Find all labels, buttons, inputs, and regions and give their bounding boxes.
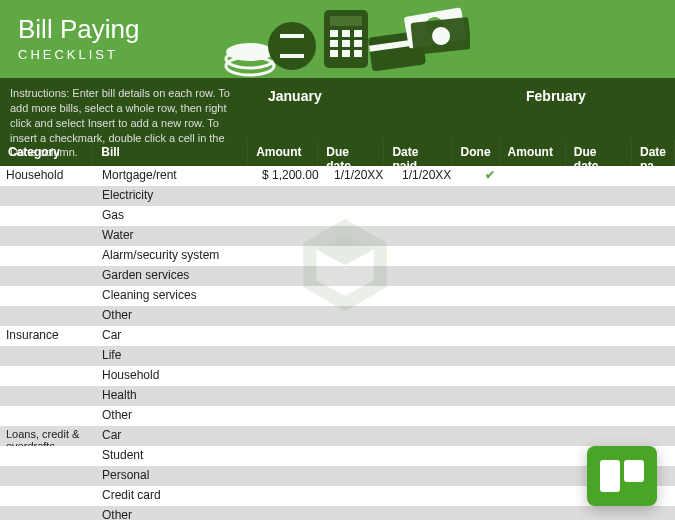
- cell-amount[interactable]: $ 1,200.00: [256, 166, 328, 186]
- cell-empty[interactable]: [582, 206, 650, 226]
- cell-due-date[interactable]: [328, 286, 396, 306]
- cell-done[interactable]: [466, 506, 514, 520]
- table-row[interactable]: InsuranceCar: [0, 326, 675, 346]
- cell-date-paid[interactable]: [396, 366, 466, 386]
- cell-category[interactable]: [0, 306, 96, 326]
- cell-due-date[interactable]: [328, 186, 396, 206]
- cell-empty[interactable]: [650, 206, 675, 226]
- cell-done[interactable]: [466, 446, 514, 466]
- cell-empty[interactable]: [582, 346, 650, 366]
- cell-category[interactable]: [0, 486, 96, 506]
- cell-amount[interactable]: [256, 346, 328, 366]
- cell-done[interactable]: [466, 306, 514, 326]
- cell-date-paid[interactable]: [396, 306, 466, 326]
- cell-done[interactable]: [466, 426, 514, 446]
- cell-done[interactable]: [466, 386, 514, 406]
- cell-bill[interactable]: Household: [96, 366, 256, 386]
- cell-category[interactable]: [0, 346, 96, 366]
- cell-category[interactable]: [0, 226, 96, 246]
- cell-due-date[interactable]: [328, 446, 396, 466]
- table-row[interactable]: Personal: [0, 466, 675, 486]
- cell-due-date[interactable]: [328, 246, 396, 266]
- cell-date-paid[interactable]: [396, 406, 466, 426]
- cell-done[interactable]: [466, 226, 514, 246]
- cell-empty[interactable]: [514, 466, 582, 486]
- cell-amount[interactable]: [256, 386, 328, 406]
- cell-category[interactable]: Household: [0, 166, 96, 186]
- table-row[interactable]: Loans, credit & overdraftsCar: [0, 426, 675, 446]
- cell-done[interactable]: [466, 486, 514, 506]
- cell-category[interactable]: [0, 466, 96, 486]
- cell-empty[interactable]: [514, 506, 582, 520]
- cell-due-date[interactable]: [328, 486, 396, 506]
- cell-empty[interactable]: [514, 426, 582, 446]
- cell-done[interactable]: [466, 186, 514, 206]
- cell-category[interactable]: [0, 366, 96, 386]
- cell-empty[interactable]: [650, 366, 675, 386]
- cell-empty[interactable]: [514, 326, 582, 346]
- cell-category[interactable]: [0, 286, 96, 306]
- cell-category[interactable]: [0, 406, 96, 426]
- cell-empty[interactable]: [514, 386, 582, 406]
- cell-due-date[interactable]: [328, 506, 396, 520]
- cell-due-date[interactable]: 1/1/20XX: [328, 166, 396, 186]
- cell-done[interactable]: [466, 466, 514, 486]
- cell-bill[interactable]: Water: [96, 226, 256, 246]
- table-row[interactable]: Electricity: [0, 186, 675, 206]
- cell-date-paid[interactable]: [396, 186, 466, 206]
- cell-category[interactable]: [0, 186, 96, 206]
- cell-empty[interactable]: [650, 246, 675, 266]
- table-row[interactable]: Water: [0, 226, 675, 246]
- cell-empty[interactable]: [582, 386, 650, 406]
- cell-done[interactable]: [466, 406, 514, 426]
- table-row[interactable]: Other: [0, 306, 675, 326]
- cell-due-date[interactable]: [328, 326, 396, 346]
- cell-bill[interactable]: Alarm/security system: [96, 246, 256, 266]
- cell-amount[interactable]: [256, 506, 328, 520]
- cell-amount[interactable]: [256, 306, 328, 326]
- cell-done[interactable]: [466, 286, 514, 306]
- table-row[interactable]: Other: [0, 506, 675, 520]
- cell-due-date[interactable]: [328, 466, 396, 486]
- cell-empty[interactable]: [514, 286, 582, 306]
- cell-amount[interactable]: [256, 486, 328, 506]
- cell-empty[interactable]: [650, 346, 675, 366]
- cell-empty[interactable]: [650, 306, 675, 326]
- cell-category[interactable]: Insurance: [0, 326, 96, 346]
- cell-amount[interactable]: [256, 446, 328, 466]
- cell-category[interactable]: [0, 246, 96, 266]
- cell-date-paid[interactable]: 1/1/20XX: [396, 166, 466, 186]
- table-row[interactable]: Life: [0, 346, 675, 366]
- cell-empty[interactable]: [582, 266, 650, 286]
- cell-category[interactable]: Loans, credit & overdrafts: [0, 426, 96, 446]
- table-row[interactable]: HouseholdMortgage/rent$ 1,200.001/1/20XX…: [0, 166, 675, 186]
- cell-category[interactable]: [0, 266, 96, 286]
- cell-empty[interactable]: [514, 206, 582, 226]
- cell-bill[interactable]: Other: [96, 306, 256, 326]
- cell-due-date[interactable]: [328, 406, 396, 426]
- cell-empty[interactable]: [582, 166, 650, 186]
- cell-done[interactable]: [466, 346, 514, 366]
- cell-amount[interactable]: [256, 206, 328, 226]
- table-row[interactable]: Other: [0, 406, 675, 426]
- cell-category[interactable]: [0, 446, 96, 466]
- cell-empty[interactable]: [582, 406, 650, 426]
- cell-date-paid[interactable]: [396, 446, 466, 466]
- cell-amount[interactable]: [256, 186, 328, 206]
- cell-empty[interactable]: [582, 506, 650, 520]
- cell-empty[interactable]: [582, 426, 650, 446]
- cell-empty[interactable]: [582, 366, 650, 386]
- cell-empty[interactable]: [582, 226, 650, 246]
- cell-empty[interactable]: [650, 226, 675, 246]
- cell-empty[interactable]: [582, 326, 650, 346]
- cell-date-paid[interactable]: [396, 466, 466, 486]
- cell-empty[interactable]: [582, 246, 650, 266]
- table-row[interactable]: Garden services: [0, 266, 675, 286]
- cell-due-date[interactable]: [328, 266, 396, 286]
- cell-bill[interactable]: Other: [96, 506, 256, 520]
- cell-empty[interactable]: [514, 246, 582, 266]
- table-row[interactable]: Credit card: [0, 486, 675, 506]
- cell-empty[interactable]: [514, 486, 582, 506]
- cell-empty[interactable]: [650, 166, 675, 186]
- cell-category[interactable]: [0, 506, 96, 520]
